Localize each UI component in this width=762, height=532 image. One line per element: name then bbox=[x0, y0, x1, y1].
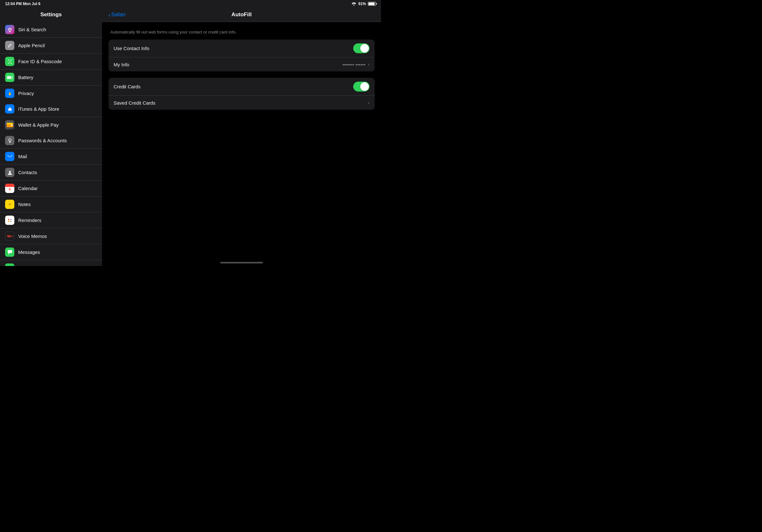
credit-cards-toggle[interactable] bbox=[353, 82, 369, 92]
my-info-value: ••••••• •••••• bbox=[343, 62, 365, 67]
use-contact-info-toggle[interactable] bbox=[353, 43, 369, 53]
siri-label: Siri & Search bbox=[18, 27, 46, 32]
mail-icon bbox=[5, 152, 14, 161]
sidebar-item-siri[interactable]: Siri & Search bbox=[0, 22, 102, 37]
svg-rect-4 bbox=[8, 60, 9, 60]
wifi-icon bbox=[351, 2, 356, 6]
sidebar-item-voicememos[interactable]: Voice Memos bbox=[0, 229, 102, 244]
faceid-label: Face ID & Passcode bbox=[18, 59, 62, 64]
detail-header: ‹ Safari AutoFill bbox=[102, 8, 381, 22]
back-label: Safari bbox=[112, 12, 125, 18]
contacts-icon bbox=[5, 168, 14, 177]
mail-label: Mail bbox=[18, 154, 27, 159]
toggle-knob-2 bbox=[360, 82, 369, 91]
sidebar-item-faceid[interactable]: Face ID & Passcode bbox=[0, 54, 102, 70]
sidebar-item-contacts[interactable]: Contacts bbox=[0, 165, 102, 180]
pencil-label: Apple Pencil bbox=[18, 43, 45, 48]
detail-panel: ‹ Safari AutoFill Automatically fill out… bbox=[102, 8, 381, 266]
contacts-label: Contacts bbox=[18, 170, 37, 175]
svg-rect-11 bbox=[12, 77, 13, 78]
my-info-label: My Info bbox=[114, 62, 129, 67]
home-indicator bbox=[102, 259, 381, 266]
sidebar-title: Settings bbox=[0, 8, 102, 22]
saved-credit-cards-label: Saved Credit Cards bbox=[114, 100, 155, 105]
appstore-icon bbox=[5, 104, 14, 113]
sidebar-item-calendar[interactable]: 6 Calendar bbox=[0, 180, 102, 196]
saved-credit-cards-chevron-icon: › bbox=[368, 100, 369, 105]
sidebar-item-notes[interactable]: Notes bbox=[0, 196, 102, 212]
svg-point-17 bbox=[9, 139, 11, 141]
facetime-label: FaceTime bbox=[18, 265, 39, 266]
voicememos-icon bbox=[5, 232, 14, 241]
svg-point-0 bbox=[353, 5, 354, 6]
use-contact-info-row[interactable]: Use Contact Info bbox=[109, 39, 375, 57]
reminders-label: Reminders bbox=[18, 218, 41, 223]
back-chevron-icon: ‹ bbox=[109, 12, 111, 18]
status-icons: 91% bbox=[351, 2, 376, 6]
svg-point-21 bbox=[9, 171, 11, 173]
reminders-icon bbox=[5, 216, 14, 225]
passwords-label: Passwords & Accounts bbox=[18, 138, 67, 143]
sidebar-section-2: iTunes & App Store Wallet & Apple Pay bbox=[0, 101, 102, 133]
battery-percentage: 91% bbox=[358, 2, 366, 6]
sidebar-item-battery[interactable]: Battery bbox=[0, 70, 102, 86]
my-info-row[interactable]: My Info ••••••• •••••• › bbox=[109, 57, 375, 71]
voicememos-label: Voice Memos bbox=[18, 233, 47, 239]
sidebar-item-pencil[interactable]: Apple Pencil bbox=[0, 37, 102, 54]
sidebar-item-reminders[interactable]: Reminders bbox=[0, 212, 102, 229]
battery-sidebar-icon bbox=[5, 73, 14, 82]
notes-label: Notes bbox=[18, 202, 31, 207]
svg-rect-18 bbox=[9, 141, 10, 143]
credit-cards-group: Credit Cards Saved Credit Cards › bbox=[109, 78, 375, 110]
sidebar-section-3: Passwords & Accounts Mail bbox=[0, 133, 102, 266]
faceid-icon bbox=[5, 57, 14, 66]
credit-cards-row[interactable]: Credit Cards bbox=[109, 78, 375, 96]
detail-content: Automatically fill out web forms using y… bbox=[102, 22, 381, 259]
messages-label: Messages bbox=[18, 249, 40, 255]
wallet-label: Wallet & Apple Pay bbox=[18, 122, 59, 128]
svg-rect-12 bbox=[7, 77, 11, 78]
use-contact-info-label: Use Contact Info bbox=[114, 46, 149, 51]
svg-point-8 bbox=[9, 61, 10, 62]
contact-info-group: Use Contact Info My Info ••••••• •••••• … bbox=[109, 39, 375, 71]
my-info-chevron-icon: › bbox=[368, 62, 369, 67]
messages-icon bbox=[5, 247, 14, 257]
credit-cards-label: Credit Cards bbox=[114, 84, 140, 89]
notes-icon bbox=[5, 200, 14, 209]
back-button[interactable]: ‹ Safari bbox=[109, 12, 125, 18]
app-container: Settings Siri & Search bbox=[0, 8, 381, 266]
svg-rect-5 bbox=[11, 60, 12, 60]
sidebar-item-passwords[interactable]: Passwords & Accounts bbox=[0, 133, 102, 149]
wallet-icon bbox=[5, 120, 14, 129]
privacy-icon: ✋ bbox=[5, 89, 14, 98]
svg-point-27 bbox=[8, 221, 9, 222]
sidebar-item-facetime[interactable]: FaceTime bbox=[0, 260, 102, 266]
sidebar-item-mail[interactable]: Mail bbox=[0, 149, 102, 165]
sidebar-section-1: Siri & Search Apple Pencil bbox=[0, 22, 102, 101]
svg-point-25 bbox=[8, 219, 9, 220]
svg-rect-22 bbox=[8, 203, 12, 206]
calendar-icon: 6 bbox=[5, 184, 14, 193]
sidebar-item-wallet[interactable]: Wallet & Apple Pay bbox=[0, 117, 102, 133]
home-bar bbox=[220, 262, 263, 263]
status-time: 12:04 PM Mon Jul 6 bbox=[5, 2, 40, 6]
sidebar-item-privacy[interactable]: ✋ Privacy bbox=[0, 86, 102, 101]
siri-icon bbox=[5, 25, 14, 34]
my-info-right: ••••••• •••••• › bbox=[343, 62, 369, 67]
calendar-label: Calendar bbox=[18, 186, 38, 191]
svg-rect-16 bbox=[11, 125, 13, 126]
svg-point-9 bbox=[10, 61, 11, 62]
appstore-label: iTunes & App Store bbox=[18, 106, 59, 112]
svg-text:✋: ✋ bbox=[8, 92, 12, 96]
battery-label: Battery bbox=[18, 75, 34, 80]
privacy-label: Privacy bbox=[18, 91, 34, 96]
facetime-icon bbox=[5, 263, 14, 266]
sidebar-item-appstore[interactable]: iTunes & App Store bbox=[0, 101, 102, 117]
svg-rect-6 bbox=[8, 63, 9, 63]
saved-credit-cards-right: › bbox=[368, 100, 369, 105]
detail-title: AutoFill bbox=[231, 12, 252, 18]
svg-rect-19 bbox=[7, 155, 12, 159]
toggle-knob bbox=[360, 44, 369, 53]
saved-credit-cards-row[interactable]: Saved Credit Cards › bbox=[109, 96, 375, 110]
sidebar-item-messages[interactable]: Messages bbox=[0, 244, 102, 260]
